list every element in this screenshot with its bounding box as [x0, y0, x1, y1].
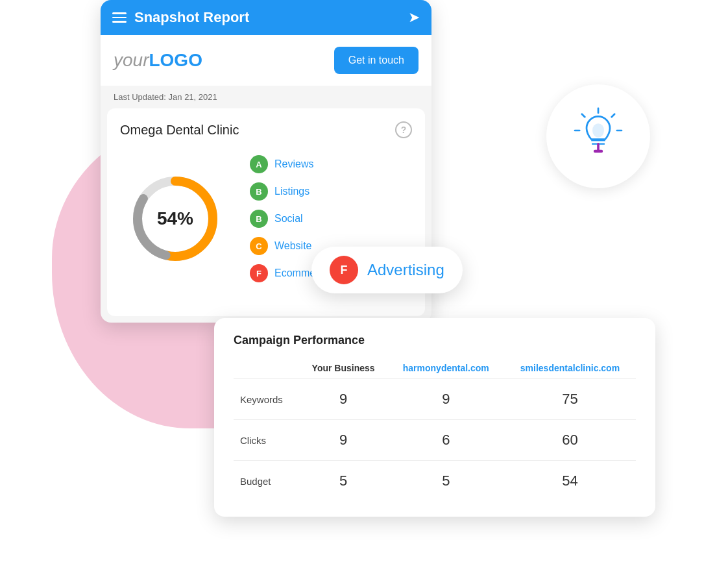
metric-keywords: Keywords [234, 379, 299, 420]
hamburger-menu-icon[interactable] [112, 12, 127, 23]
snapshot-header: Snapshot Report ➤ [101, 0, 431, 35]
advertising-popup: F Advertising [311, 247, 463, 293]
snapshot-title: Snapshot Report [134, 9, 249, 26]
campaign-table: Your Business harmonydental.com smilesde… [234, 358, 636, 501]
lightbulb-icon [569, 107, 627, 166]
svg-point-9 [592, 123, 604, 138]
grade-label-reviews: Reviews [274, 158, 313, 170]
budget-your-business: 5 [299, 461, 388, 502]
get-in-touch-button[interactable]: Get in touch [334, 47, 419, 74]
logo-bar: yourLOGO Get in touch [101, 35, 431, 86]
lightbulb-decoration [546, 84, 650, 188]
campaign-performance-card: Campaign Performance Your Business harmo… [214, 318, 655, 517]
svg-rect-8 [594, 150, 603, 153]
grade-badge-ecommerce: F [250, 264, 268, 282]
grade-label-listings: Listings [274, 186, 309, 197]
advertising-label: Advertising [367, 261, 444, 279]
grade-label-social: Social [274, 213, 303, 225]
grade-item-website: C Website [250, 237, 330, 255]
logo-bold: LOGO [149, 50, 202, 70]
help-icon[interactable]: ? [395, 121, 412, 138]
svg-line-3 [582, 114, 585, 117]
logo: yourLOGO [114, 50, 202, 71]
header-left: Snapshot Report [112, 9, 249, 26]
grade-badge-website: C [250, 237, 268, 255]
clicks-competitor2: 60 [504, 420, 636, 461]
table-header-row: Your Business harmonydental.com smilesde… [234, 358, 636, 379]
col-header-competitor1[interactable]: harmonydental.com [388, 358, 504, 379]
clicks-competitor1: 6 [388, 420, 504, 461]
grade-label-website: Website [274, 240, 312, 252]
metric-clicks: Clicks [234, 420, 299, 461]
score-percent: 54% [157, 208, 193, 229]
metric-budget: Budget [234, 461, 299, 502]
table-row: Budget 5 5 54 [234, 461, 636, 502]
clinic-name-row: Omega Dental Clinic ? [120, 121, 412, 138]
keywords-your-business: 9 [299, 379, 388, 420]
col-header-your-business: Your Business [299, 358, 388, 379]
logo-italic: your [114, 50, 149, 70]
grade-item-social: B Social [250, 210, 330, 228]
grade-item-listings: B Listings [250, 182, 330, 201]
budget-competitor1: 5 [388, 461, 504, 502]
col-header-competitor2[interactable]: smilesdentalclinic.com [504, 358, 636, 379]
keywords-competitor1: 9 [388, 379, 504, 420]
advertising-grade-badge: F [330, 256, 358, 284]
grade-badge-social: B [250, 210, 268, 228]
send-icon[interactable]: ➤ [408, 9, 420, 26]
table-row: Clicks 9 6 60 [234, 420, 636, 461]
budget-competitor2: 54 [504, 461, 636, 502]
clinic-name: Omega Dental Clinic [120, 123, 239, 138]
grade-item-reviews: A Reviews [250, 155, 330, 173]
donut-chart: 54% [127, 170, 224, 267]
clicks-your-business: 9 [299, 420, 388, 461]
col-header-metric [234, 358, 299, 379]
last-updated-text: Last Updated: Jan 21, 2021 [101, 86, 431, 108]
svg-line-1 [612, 114, 615, 117]
grade-badge-listings: B [250, 182, 268, 201]
keywords-competitor2: 75 [504, 379, 636, 420]
table-row: Keywords 9 9 75 [234, 379, 636, 420]
grade-badge-reviews: A [250, 155, 268, 173]
campaign-title: Campaign Performance [234, 334, 636, 347]
